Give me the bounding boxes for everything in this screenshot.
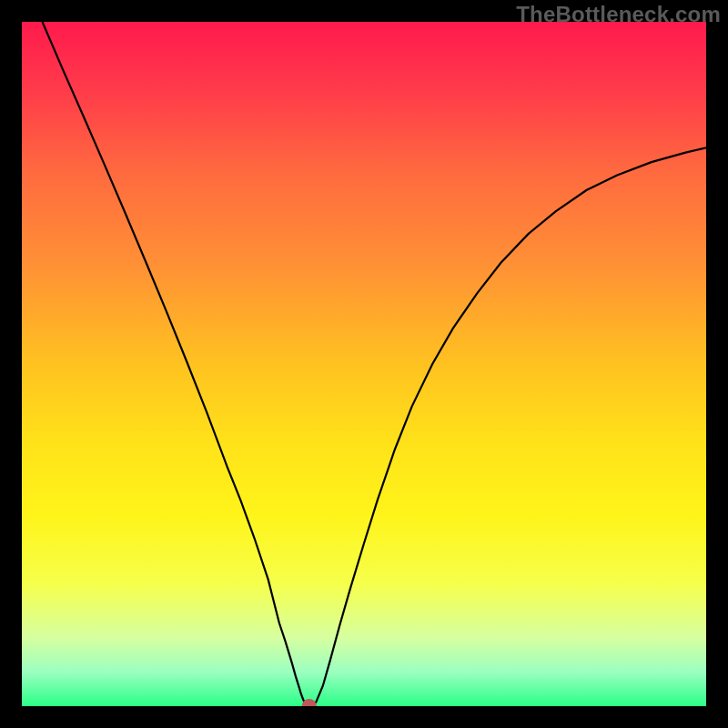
watermark-text: TheBottleneck.com [516, 2, 721, 27]
gradient-background [22, 22, 706, 706]
chart-frame: TheBottleneck.com [0, 0, 728, 728]
plot-area [22, 22, 706, 706]
chart-svg [22, 22, 706, 706]
